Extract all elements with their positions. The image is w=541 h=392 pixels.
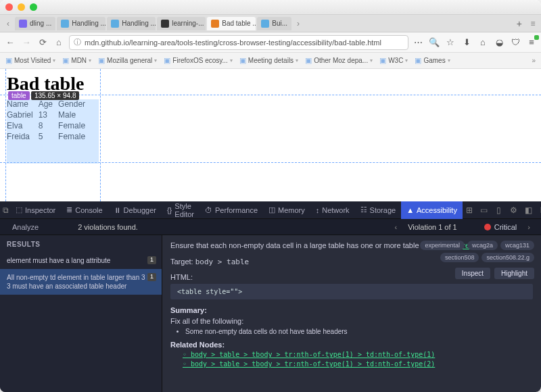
info-icon[interactable]: ⓘ bbox=[74, 37, 81, 47]
mobile-icon[interactable]: ▯ bbox=[494, 205, 504, 216]
forward-button[interactable]: → bbox=[20, 36, 32, 49]
window-titlebar bbox=[0, 0, 541, 15]
devtools-tab-network[interactable]: ↕Network bbox=[310, 201, 355, 219]
devtools-tab-performance[interactable]: ⏱Performance bbox=[199, 201, 263, 219]
new-tab-button[interactable]: + bbox=[513, 18, 526, 29]
page-heading: Bad table bbox=[7, 73, 534, 95]
devtools-tab-memory[interactable]: ◫Memory bbox=[263, 201, 310, 219]
close-window-button[interactable] bbox=[5, 3, 13, 11]
related-nodes-label: Related Nodes: bbox=[170, 341, 533, 349]
responsive-design-icon[interactable]: ⊞ bbox=[464, 205, 475, 216]
related-node-link[interactable]: ◦ body > table > tbody > tr:nth-of-type(… bbox=[183, 351, 533, 358]
highlight-button[interactable]: Highlight bbox=[494, 268, 534, 279]
tab-scroll-left[interactable]: ‹ bbox=[3, 19, 14, 28]
address-bar: ← → ⟳ ⌂ ⓘ mdn.github.io/learning-area/to… bbox=[0, 32, 541, 53]
page-viewport: table 135.65 × 94.8 Bad table NameAgeGen… bbox=[0, 69, 541, 201]
zoom-window-button[interactable] bbox=[30, 3, 37, 11]
html-snippet: <table style=""> bbox=[170, 284, 533, 299]
html-label: HTML: bbox=[170, 273, 193, 281]
severity-label: Critical bbox=[494, 223, 517, 231]
violation-tag: experimental bbox=[420, 241, 465, 250]
severity-badge: Critical bbox=[484, 223, 517, 231]
inspector-highlight-overlay bbox=[7, 99, 99, 164]
iframe-picker-icon[interactable]: ⧉ bbox=[3, 205, 9, 216]
bookmarks-toolbar: ▣Most Visited ▾▣MDN ▾▣Mozilla general ▾▣… bbox=[0, 53, 541, 69]
critical-dot-icon bbox=[484, 224, 491, 230]
accessibility-subbar: Analyze 2 violations found. ‹ Violation … bbox=[0, 219, 541, 235]
browser-tab[interactable]: Handling ... bbox=[57, 17, 105, 30]
fix-heading: Fix all of the following: bbox=[170, 317, 533, 325]
devtools-tab-accessibility[interactable]: ▲Accessibility bbox=[401, 201, 463, 219]
bookmark-item[interactable]: ▣Other Moz depa... ▾ bbox=[305, 56, 373, 65]
bookmark-item[interactable]: ▣Games ▾ bbox=[415, 56, 450, 65]
results-sidebar: RESULTS element must have a lang attribu… bbox=[0, 235, 162, 392]
prev-violation-button[interactable]: ‹ bbox=[390, 223, 401, 231]
bookmark-item[interactable]: ▣Most Visited ▾ bbox=[5, 56, 55, 65]
browser-tab[interactable]: Handling ... bbox=[107, 17, 156, 30]
violation-rule[interactable]: element must have a lang attribute1 bbox=[0, 252, 162, 269]
inspector-dimensions-label: 135.65 × 94.8 bbox=[31, 91, 79, 100]
bookmark-item[interactable]: ▣Meeting details ▾ bbox=[239, 56, 298, 65]
bookmark-item[interactable]: ▣Mozilla general ▾ bbox=[98, 56, 157, 65]
tab-menu-icon[interactable]: ≡ bbox=[527, 19, 538, 28]
reader-icon[interactable]: ⋯ bbox=[413, 37, 423, 48]
settings-icon[interactable]: ⚙ bbox=[509, 205, 519, 216]
back-button[interactable]: ← bbox=[4, 36, 16, 49]
inspect-button[interactable]: Inspect bbox=[455, 268, 490, 279]
devtools-tab-style-editor[interactable]: {}Style Editor bbox=[162, 201, 199, 219]
shield-icon[interactable]: 🛡 bbox=[510, 37, 521, 48]
violation-position: Violation 1 of 1 bbox=[408, 223, 457, 231]
downloads-icon[interactable]: ⬇ bbox=[461, 37, 472, 48]
devtools-tabs: ⧉ ⬚Inspector≣Console⏸Debugger{}Style Edi… bbox=[0, 201, 541, 219]
devtools-tab-inspector[interactable]: ⬚Inspector bbox=[10, 201, 61, 219]
device-icon[interactable]: ▭ bbox=[479, 205, 490, 216]
browser-tab[interactable]: Bad table ... bbox=[207, 17, 256, 30]
analyze-button[interactable]: Analyze bbox=[0, 223, 51, 231]
home-button[interactable]: ⌂ bbox=[53, 36, 65, 49]
violations-count: 2 violations found. bbox=[78, 223, 138, 231]
browser-tab[interactable]: learning-... bbox=[157, 17, 206, 30]
menu-button[interactable]: ≡ bbox=[526, 37, 537, 48]
home-icon[interactable]: ⌂ bbox=[477, 37, 488, 48]
violation-detail: experimentalwcag2awcag131section508secti… bbox=[162, 235, 541, 392]
traffic-lights bbox=[5, 3, 37, 11]
devtools-tab-console[interactable]: ≣Console bbox=[61, 201, 108, 219]
bookmark-item[interactable]: ▣MDN ▾ bbox=[62, 56, 91, 65]
bookmarks-overflow[interactable]: » bbox=[532, 57, 536, 64]
target-selector: body > table bbox=[195, 258, 249, 266]
devtools-panel: ⧉ ⬚Inspector≣Console⏸Debugger{}Style Edi… bbox=[0, 201, 541, 392]
devtools-tab-debugger[interactable]: ⏸Debugger bbox=[108, 201, 162, 219]
violation-tag: section508.22.g bbox=[481, 253, 534, 262]
results-heading: RESULTS bbox=[0, 239, 162, 252]
popout-icon[interactable]: ⇱ bbox=[538, 205, 541, 216]
dock-icon[interactable]: ◧ bbox=[523, 205, 534, 216]
inspector-tag-label: table bbox=[8, 91, 30, 100]
bookmark-item[interactable]: ▣W3C ▾ bbox=[379, 56, 408, 65]
bookmark-star-icon[interactable]: ☆ bbox=[445, 37, 456, 48]
search-icon[interactable]: 🔍 bbox=[429, 37, 440, 48]
url-text: mdn.github.io/learning-area/tools-testin… bbox=[85, 39, 381, 47]
devtools-tab-storage[interactable]: ☷Storage bbox=[355, 201, 402, 219]
violation-tag: wcag131 bbox=[500, 241, 534, 250]
tab-scroll-right[interactable]: › bbox=[293, 19, 304, 28]
browser-tab-strip: ‹ dling ...Handling ...Handling ...learn… bbox=[0, 15, 541, 32]
minimize-window-button[interactable] bbox=[18, 3, 25, 11]
pocket-icon[interactable]: ◒ bbox=[494, 37, 504, 48]
url-input[interactable]: ⓘ mdn.github.io/learning-area/tools-test… bbox=[69, 35, 408, 50]
browser-tab[interactable]: dling ... bbox=[15, 17, 55, 30]
bookmark-item[interactable]: ▣FirefoxOS ecosy... ▾ bbox=[164, 56, 233, 65]
violation-tag: section508 bbox=[440, 253, 479, 262]
summary-label: Summary: bbox=[170, 306, 533, 314]
target-label: Target: bbox=[170, 258, 193, 266]
reload-button[interactable]: ⟳ bbox=[37, 36, 49, 49]
related-node-link[interactable]: ◦ body > table > tbody > tr:nth-of-type(… bbox=[183, 360, 533, 368]
fix-item: Some non-empty data cells do not have ta… bbox=[185, 328, 533, 335]
next-violation-button[interactable]: › bbox=[523, 223, 534, 231]
violation-tag: wcag2a bbox=[467, 241, 498, 250]
browser-tab[interactable]: Bui... bbox=[257, 17, 291, 30]
violation-rule[interactable]: All non-empty td element in table larger… bbox=[0, 269, 162, 295]
